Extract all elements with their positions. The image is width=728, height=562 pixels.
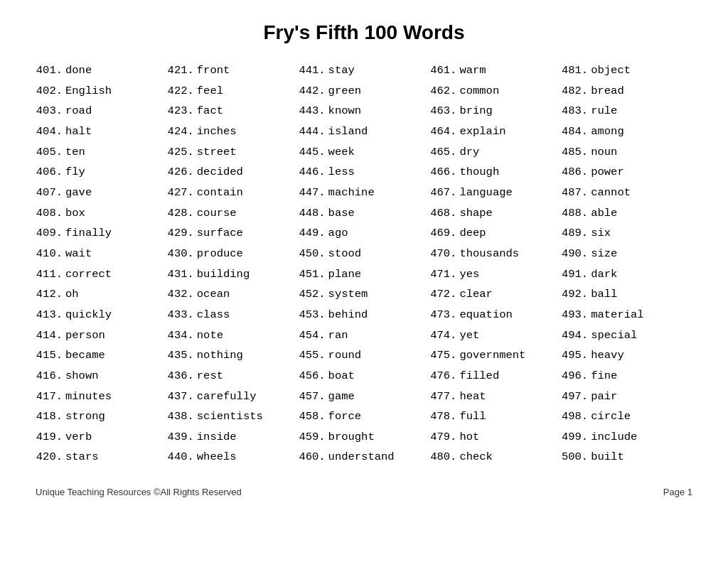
word-number: 421.: [167, 61, 194, 80]
word-text: week: [328, 143, 355, 162]
word-text: plane: [328, 265, 362, 284]
word-text: box: [65, 204, 85, 223]
word-row: 453.behind: [299, 306, 430, 325]
word-text: ball: [591, 285, 617, 304]
word-number: 436.: [167, 367, 194, 386]
word-number: 484.: [561, 122, 588, 141]
word-row: 406.fly: [36, 163, 167, 182]
word-row: 473.equation: [429, 306, 561, 325]
word-number: 429.: [167, 224, 194, 243]
word-number: 471.: [429, 265, 456, 284]
word-number: 460.: [299, 448, 326, 467]
word-number: 407.: [36, 183, 63, 202]
word-text: fine: [591, 367, 617, 386]
word-text: produce: [197, 244, 243, 264]
word-row: 440.wheels: [167, 448, 299, 467]
word-number: 458.: [299, 407, 326, 426]
word-number: 433.: [167, 306, 194, 325]
word-text: note: [197, 326, 223, 345]
page-title: Fry's Fifth 100 Words: [36, 21, 692, 44]
word-text: green: [328, 82, 362, 101]
column-1: 401.done402.English403.road404.halt405.t…: [36, 61, 167, 467]
word-row: 448.base: [299, 204, 430, 223]
word-number: 406.: [36, 163, 63, 182]
word-number: 431.: [167, 265, 194, 284]
word-row: 449.ago: [299, 224, 430, 243]
word-number: 404.: [36, 122, 63, 141]
word-text: able: [591, 204, 617, 223]
word-row: 467.language: [429, 183, 561, 202]
word-row: 433.class: [167, 306, 299, 325]
word-number: 482.: [561, 82, 588, 101]
word-number: 459.: [299, 428, 326, 447]
word-text: language: [459, 183, 512, 202]
word-text: yet: [459, 326, 479, 345]
word-row: 418.strong: [36, 407, 167, 426]
word-number: 418.: [36, 407, 63, 426]
word-row: 450.stood: [299, 244, 430, 264]
word-text: base: [328, 204, 355, 223]
word-text: minutes: [65, 387, 112, 406]
word-text: boat: [328, 367, 355, 386]
word-text: system: [328, 285, 368, 304]
column-3: 441.stay442.green443.known444.island445.…: [299, 61, 430, 467]
word-number: 424.: [167, 122, 194, 141]
word-row: 456.boat: [299, 367, 430, 386]
word-row: 438.scientists: [167, 407, 299, 426]
word-row: 472.clear: [429, 285, 561, 304]
word-row: 444.island: [299, 122, 430, 141]
word-row: 401.done: [36, 61, 167, 80]
word-number: 473.: [429, 306, 456, 325]
word-number: 497.: [561, 387, 588, 406]
word-text: decided: [197, 163, 243, 182]
word-number: 450.: [299, 244, 326, 264]
word-text: carefully: [197, 387, 257, 406]
word-number: 447.: [299, 183, 326, 202]
word-row: 410.wait: [36, 244, 167, 264]
word-number: 403.: [36, 102, 63, 121]
word-row: 461.warm: [429, 61, 561, 80]
word-number: 487.: [561, 183, 588, 202]
word-row: 460.understand: [299, 448, 430, 467]
word-text: shown: [65, 367, 99, 386]
word-row: 500.built: [561, 448, 692, 467]
word-text: game: [328, 387, 355, 406]
word-row: 426.decided: [167, 163, 299, 182]
word-text: government: [459, 346, 525, 365]
word-text: verb: [65, 428, 92, 447]
word-text: material: [591, 306, 643, 325]
word-row: 428.course: [167, 204, 299, 223]
word-text: wheels: [197, 448, 237, 467]
word-text: full: [459, 407, 486, 426]
word-number: 468.: [429, 204, 456, 223]
word-text: circle: [591, 407, 631, 426]
word-row: 447.machine: [299, 183, 430, 202]
word-number: 452.: [299, 285, 326, 304]
word-number: 455.: [299, 346, 326, 365]
word-number: 417.: [36, 387, 63, 406]
word-text: special: [591, 326, 637, 345]
word-number: 477.: [429, 387, 456, 406]
word-number: 489.: [561, 224, 588, 243]
word-number: 438.: [167, 407, 194, 426]
word-number: 410.: [36, 244, 63, 264]
word-text: strong: [65, 407, 105, 426]
word-row: 420.stars: [36, 448, 167, 467]
word-text: clear: [459, 285, 493, 304]
column-2: 421.front422.feel423.fact424.inches425.s…: [167, 61, 299, 467]
word-number: 499.: [561, 428, 588, 447]
word-text: dry: [459, 143, 479, 162]
word-number: 402.: [36, 82, 63, 101]
word-number: 478.: [429, 407, 456, 426]
word-row: 499.include: [561, 428, 692, 447]
word-text: warm: [459, 61, 486, 80]
word-row: 442.green: [299, 82, 430, 101]
word-text: include: [591, 428, 637, 447]
column-4: 461.warm462.common463.bring464.explain46…: [429, 61, 561, 467]
word-text: built: [591, 448, 624, 467]
word-text: done: [65, 61, 92, 80]
word-number: 456.: [299, 367, 326, 386]
word-number: 492.: [561, 285, 588, 304]
word-row: 484.among: [561, 122, 692, 141]
word-number: 483.: [561, 102, 588, 121]
